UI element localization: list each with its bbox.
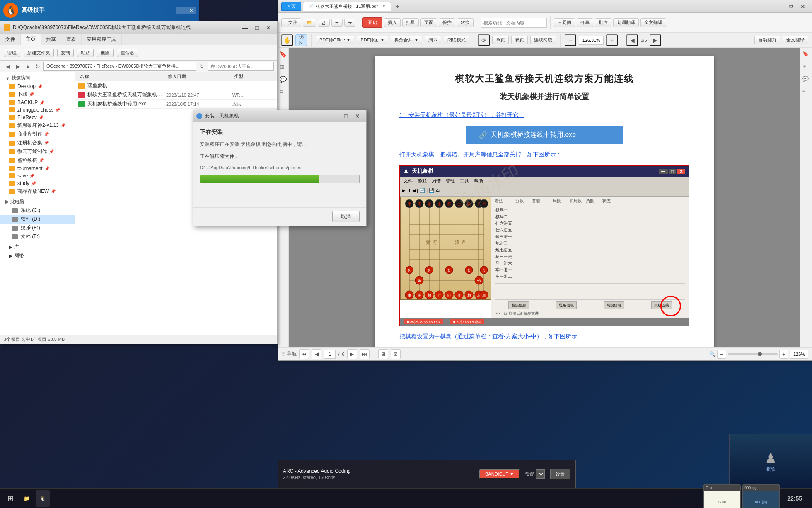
- pdf-select-tool[interactable]: 选区: [295, 34, 307, 46]
- pdf-right-icon-1[interactable]: 🔖: [802, 51, 810, 58]
- sidebar-item-filerecv[interactable]: FileRecv 📌: [0, 114, 75, 121]
- chess-connect-btn[interactable]: 天机连接: [651, 301, 672, 309]
- pdf-autoscroll-btn[interactable]: 自动翻页: [754, 36, 780, 44]
- pdf-to-office-btn[interactable]: PDF转Office ▼: [316, 36, 354, 44]
- pdf-full-translate-btn[interactable]: 全文翻译: [640, 18, 666, 27]
- ribbon-copy-btn[interactable]: 复制: [57, 49, 74, 57]
- pdf-open-btn[interactable]: 📂: [303, 19, 316, 27]
- pdf-single-page-btn[interactable]: 单页: [492, 36, 509, 44]
- table-row[interactable]: 天机象棋桥连线中转用.exe 2022/10/5 17:14 应用...: [75, 100, 277, 109]
- pdf-zoom-input[interactable]: [579, 36, 604, 45]
- sidebar-item-backup[interactable]: BACKUP 📌: [0, 99, 75, 106]
- pdf-zoom-value-input[interactable]: [790, 350, 808, 359]
- pdf-tab-file[interactable]: 📄 棋软大王鲨鱼桥接...11通用.pdf ✕: [303, 2, 391, 11]
- pdf-convert-btn[interactable]: 转换: [457, 18, 474, 27]
- sidebar-item-drive-f[interactable]: 文档 (F:): [0, 232, 75, 241]
- col-header-name[interactable]: 名称: [78, 73, 166, 80]
- pdf-open2-btn[interactable]: 开启: [362, 17, 382, 28]
- install-cancel-btn[interactable]: 取消: [332, 211, 360, 222]
- preset-select[interactable]: [536, 469, 545, 479]
- install-dialog-close[interactable]: ✕: [352, 112, 363, 121]
- qq-close-btn[interactable]: ✕: [186, 7, 196, 14]
- pdf-restore-btn[interactable]: ⧉: [786, 2, 797, 11]
- pdf-layers-icon[interactable]: ≡: [280, 88, 287, 96]
- pdf-zoom-in-btn[interactable]: +: [606, 34, 618, 46]
- pdf-rotate-btn[interactable]: ⟳: [478, 34, 490, 46]
- pdf-minimize-btn[interactable]: —: [774, 2, 785, 11]
- pdf-fit-page-btn[interactable]: ⊠: [391, 349, 401, 359]
- pdf-zoom-out-btn[interactable]: −: [565, 34, 576, 46]
- sidebar-item-drive-d[interactable]: 软件 (D:): [0, 215, 75, 224]
- pdf-comment-panel-icon[interactable]: 💬: [280, 76, 287, 83]
- explorer-minimize-btn[interactable]: —: [240, 23, 251, 32]
- taskbar-thumb-jpg[interactable]: 000.jpg 000.jpg: [742, 484, 780, 508]
- pdf-tab-home[interactable]: 首页: [281, 2, 301, 11]
- taskbar-explorer-btn[interactable]: 📁: [19, 490, 34, 507]
- pdf-page-input[interactable]: [324, 350, 336, 359]
- pdf-right-icon-2[interactable]: ⊞: [802, 63, 810, 71]
- col-header-date[interactable]: 修改日期: [166, 73, 232, 80]
- ribbon-tab-file[interactable]: 文件: [0, 34, 21, 45]
- table-row[interactable]: 棋软大王鲨鱼桥接天机万能象棋连线方案WIN7 WIN10 WIN11通用.pdf…: [75, 90, 277, 100]
- pdf-batch-btn[interactable]: 批量: [402, 18, 419, 27]
- chess-rank-btn[interactable]: 局段信息: [604, 301, 624, 309]
- sidebar-item-desktop[interactable]: Desktop 📌: [0, 83, 75, 90]
- pdf-present-btn[interactable]: 演示: [425, 36, 441, 44]
- pdf-read-btn[interactable]: 阅读模式: [444, 36, 469, 44]
- pdf-insert-btn[interactable]: 插入: [384, 18, 401, 27]
- ribbon-tab-home[interactable]: 主页: [21, 34, 41, 45]
- sidebar-item-zhongguo[interactable]: zhongguo chess 📌: [0, 106, 75, 114]
- pdf-share-btn[interactable]: 分享: [577, 18, 593, 27]
- install-dialog-minimize[interactable]: —: [329, 112, 340, 121]
- pdf-next-page-btn[interactable]: ▶: [650, 34, 661, 46]
- pdf-prev-page-btn2[interactable]: ◀: [312, 349, 321, 359]
- pdf-split-merge-btn[interactable]: 拆分合并 ▼: [391, 36, 422, 44]
- ribbon-paste-btn[interactable]: 粘贴: [77, 49, 94, 57]
- pdf-zoom-slider[interactable]: [728, 353, 778, 355]
- pdf-zoom-out-btn2[interactable]: −: [717, 350, 726, 359]
- sidebar-item-products[interactable]: 商品存放NEW 📌: [0, 187, 75, 196]
- pdf-fit-width-btn[interactable]: ⊞: [378, 349, 388, 359]
- pdf-thumbnail-icon[interactable]: ⊞: [280, 63, 287, 71]
- pdf-close-btn[interactable]: ✕: [798, 2, 808, 11]
- ribbon-rename-btn[interactable]: 重命名: [117, 49, 138, 57]
- pdf-bookmark-icon[interactable]: 🔖: [280, 51, 287, 58]
- col-header-type[interactable]: 类型: [232, 73, 274, 80]
- pdf-undo-btn[interactable]: ↩: [331, 19, 343, 27]
- pdf-sync-btn[interactable]: ←同阅: [554, 18, 575, 27]
- sidebar-item-study[interactable]: study 📌: [0, 180, 75, 187]
- pdf-continuous-btn[interactable]: 连续阅读: [530, 36, 556, 44]
- explorer-close-btn[interactable]: ✕: [263, 23, 274, 32]
- pdf-zoom-handle[interactable]: [758, 352, 762, 356]
- table-row[interactable]: 鲨鱼象棋: [75, 81, 277, 90]
- sidebar-item-drive-c[interactable]: 系统 (C:): [0, 206, 75, 215]
- pdf-redo-btn[interactable]: ↪: [344, 19, 355, 27]
- chess-analyze-btn[interactable]: 着法信息: [508, 301, 529, 309]
- pdf-file-btn[interactable]: ≡ 文件: [281, 18, 301, 27]
- forward-btn[interactable]: ▶: [14, 62, 22, 70]
- pdf-view-btn[interactable]: 页面: [420, 18, 437, 27]
- pdf-print-btn[interactable]: 🖨: [318, 19, 330, 27]
- chess-eval-btn[interactable]: 思路信息: [556, 301, 577, 309]
- taskbar-thumb-ctxt[interactable]: C.txt C.txt: [703, 484, 741, 508]
- pdf-tab-close[interactable]: ✕: [382, 4, 386, 9]
- sidebar-item-tournament[interactable]: tournament 📌: [0, 165, 75, 172]
- sidebar-item-downloads[interactable]: 下载 📌: [0, 90, 75, 99]
- quick-access-header[interactable]: ▼ 快速访问: [0, 74, 75, 83]
- back-btn[interactable]: ◀: [4, 62, 12, 70]
- sidebar-item-binpojie[interactable]: 缤黑破坏神2-v1.13 📌: [0, 121, 75, 130]
- sidebar-item-zhuceji[interactable]: 注册机合集 📌: [0, 139, 75, 147]
- pdf-search-input[interactable]: [481, 18, 547, 28]
- sidebar-item-weiyun[interactable]: 微云万能制作 📌: [0, 147, 75, 156]
- pdf-hand-btn[interactable]: ✋: [281, 34, 293, 46]
- sidebar-item-save[interactable]: save 📌: [0, 172, 75, 180]
- ribbon-tab-app-tools[interactable]: 应用程序工具: [82, 34, 122, 45]
- pdf-protect-btn[interactable]: 保护: [439, 18, 455, 27]
- this-pc-header[interactable]: ▶ 此电脑: [0, 197, 75, 206]
- pdf-comment-btn[interactable]: 批注: [595, 18, 611, 27]
- ribbon-tab-view[interactable]: 查看: [61, 34, 82, 45]
- pdf-last-page-btn[interactable]: ⏭: [360, 349, 370, 359]
- pdf-zoom-in-btn2[interactable]: +: [779, 350, 788, 359]
- ribbon-manage-btn[interactable]: 管理: [4, 49, 20, 57]
- up-btn[interactable]: ▲: [24, 62, 32, 70]
